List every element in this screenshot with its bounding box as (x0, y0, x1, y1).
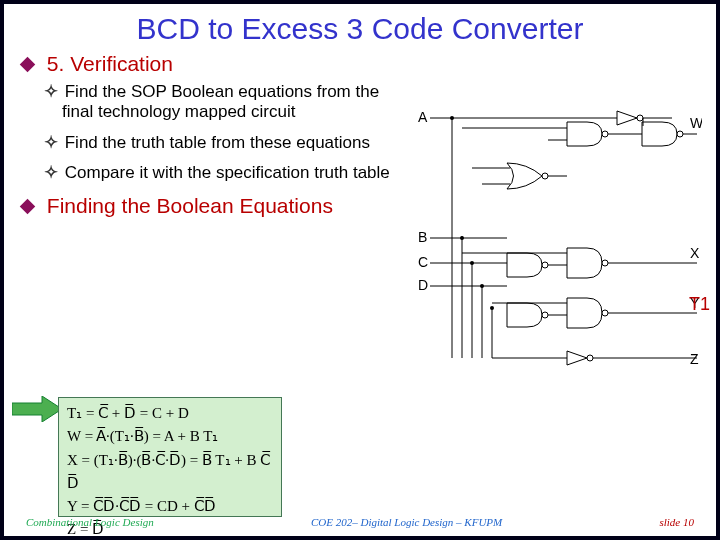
circuit-diagram: A B C D (412, 108, 702, 368)
section-verification-label: 5. Verification (47, 52, 173, 75)
bullet-compare: ✧ Compare it with the specification trut… (62, 163, 392, 183)
bullet-icon: ✧ (44, 82, 54, 102)
svg-point-38 (490, 306, 494, 310)
label-D: D (418, 277, 428, 293)
svg-point-27 (602, 310, 608, 316)
svg-point-21 (542, 262, 548, 268)
slide-footer: Combinational Logic Design COE 202– Digi… (4, 516, 716, 528)
label-T1: T1 (689, 294, 710, 315)
bullet-sop: ✧ Find the SOP Boolean equations from th… (62, 82, 392, 123)
bullet-compare-text: Compare it with the specification truth … (65, 163, 390, 182)
svg-point-14 (602, 131, 608, 137)
bullet-icon: ✧ (44, 133, 54, 153)
diamond-bullet-icon (20, 57, 36, 73)
label-A: A (418, 109, 428, 125)
bullet-icon: ✧ (44, 163, 54, 183)
label-B: B (418, 229, 427, 245)
svg-point-22 (602, 260, 608, 266)
footer-left: Combinational Logic Design (26, 516, 154, 528)
slide-title: BCD to Excess 3 Code Converter (4, 12, 716, 46)
label-W: W (690, 115, 702, 131)
label-X: X (690, 245, 700, 261)
eq-t1: T₁ = C̅ + D̅ = C + D (67, 402, 273, 425)
eq-w: W = A̅·(T₁·B̅) = A + B T₁ (67, 425, 273, 448)
svg-point-37 (480, 284, 484, 288)
label-C: C (418, 254, 428, 270)
svg-point-35 (460, 236, 464, 240)
svg-point-31 (587, 355, 593, 361)
footer-mid: COE 202– Digital Logic Design – KFUPM (311, 516, 502, 528)
section-equations-label: Finding the Boolean Equations (47, 194, 333, 217)
green-arrow-icon (12, 396, 62, 422)
svg-point-17 (677, 131, 683, 137)
eq-x: X = (T₁·B̅)·(B̅·C̅·D̅) = B̅ T₁ + B C̅ D̅ (67, 449, 273, 496)
svg-point-26 (542, 312, 548, 318)
label-Z: Z (690, 351, 699, 367)
eq-y: Y = C̅D̅·C̅D̅ = CD + C̅D̅ (67, 495, 273, 518)
svg-point-34 (450, 116, 454, 120)
equations-box: T₁ = C̅ + D̅ = C + D W = A̅·(T₁·B̅) = A … (58, 397, 282, 517)
bullet-truth-text: Find the truth table from these equation… (65, 133, 370, 152)
svg-point-9 (542, 173, 548, 179)
footer-right: slide 10 (659, 516, 694, 528)
bullet-truth: ✧ Find the truth table from these equati… (62, 133, 392, 153)
svg-point-36 (470, 261, 474, 265)
bullet-sop-text: Find the SOP Boolean equations from the … (62, 82, 379, 121)
section-verification: 5. Verification (22, 52, 698, 76)
diamond-bullet-icon (20, 198, 36, 214)
svg-point-13 (637, 115, 643, 121)
